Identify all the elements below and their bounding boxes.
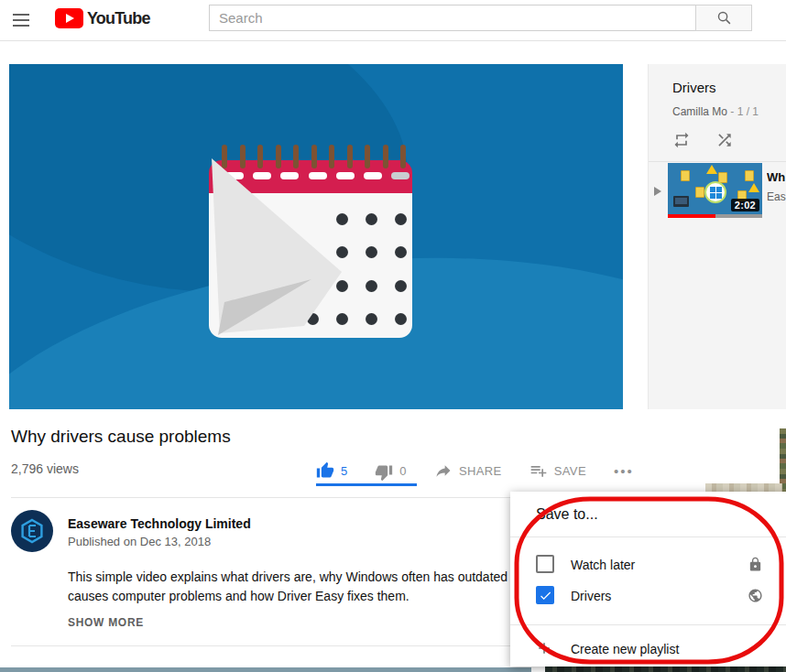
- playlist-item-channel: Eas: [767, 190, 786, 203]
- like-button[interactable]: 5: [316, 461, 347, 480]
- watch-later-label: Watch later: [571, 558, 635, 572]
- shuffle-playlist-icon[interactable]: [715, 131, 734, 149]
- create-new-playlist-label: Create new playlist: [571, 642, 679, 656]
- playlist-item-thumbnail[interactable]: 2:02: [668, 163, 762, 218]
- related-thumbnail-sliver: [705, 483, 782, 492]
- thumb-down-icon: [375, 463, 393, 482]
- plus-icon: [535, 639, 553, 657]
- youtube-play-icon: [55, 8, 83, 28]
- youtube-logo[interactable]: YouTube: [55, 8, 150, 28]
- lock-icon: [748, 557, 763, 572]
- save-button[interactable]: SAVE: [529, 461, 586, 480]
- save-label: SAVE: [554, 464, 586, 478]
- search-input[interactable]: [209, 5, 695, 31]
- playlist-item[interactable]: 2:02 Wh Eas: [649, 163, 786, 233]
- save-to-dialog-title: Save to...: [536, 506, 598, 523]
- watch-later-option[interactable]: Watch later: [510, 554, 786, 576]
- dislike-button[interactable]: 0: [375, 461, 407, 480]
- playlist-byline: Camilla Mo - 1 / 1: [672, 105, 759, 118]
- playlist-author[interactable]: Camilla Mo: [672, 105, 727, 118]
- more-actions-button[interactable]: •••: [614, 463, 634, 479]
- menu-icon[interactable]: [11, 12, 31, 28]
- check-icon: [539, 589, 552, 602]
- description-line: causes computer problems and how Driver …: [68, 587, 526, 606]
- watch-later-checkbox[interactable]: [536, 555, 554, 573]
- channel-name[interactable]: Easeware Technology Limited: [68, 516, 251, 531]
- video-title: Why drivers cause problems: [11, 427, 231, 447]
- search-button[interactable]: [695, 5, 752, 31]
- dislike-count: 0: [399, 464, 407, 478]
- watch-progress-bar: [668, 214, 762, 218]
- drivers-label: Drivers: [571, 589, 611, 603]
- globe-icon: [748, 588, 763, 603]
- next-section-edge: [0, 667, 531, 672]
- drivers-playlist-option[interactable]: Drivers: [510, 585, 786, 607]
- monitor-icon: [673, 196, 689, 207]
- playlist-add-icon: [529, 461, 548, 480]
- publish-date: Published on Dec 13, 2018: [68, 535, 211, 548]
- youtube-watch-page: YouTube Drivers Camilla Mo - 1 / 1: [0, 0, 786, 672]
- youtube-logo-text: YouTube: [87, 9, 150, 28]
- show-more-button[interactable]: SHOW MORE: [68, 616, 144, 629]
- create-new-playlist-button[interactable]: Create new playlist: [510, 636, 786, 662]
- thumb-up-icon: [316, 461, 334, 480]
- video-description: This simple video explains what drivers …: [68, 568, 526, 606]
- description-line: This simple video explains what drivers …: [68, 568, 526, 587]
- related-thumbnail-sliver: [545, 667, 786, 672]
- action-bar: 5 0 SHARE SAVE •••: [316, 458, 634, 483]
- playlist-title[interactable]: Drivers: [672, 80, 716, 95]
- loop-playlist-icon[interactable]: [672, 131, 691, 149]
- playlist-position: - 1 / 1: [730, 105, 759, 118]
- duration-badge: 2:02: [731, 199, 759, 211]
- like-count: 5: [341, 464, 347, 478]
- save-to-dialog: Save to... Watch later Drivers: [510, 492, 786, 667]
- rating-bar: [316, 483, 417, 486]
- search-icon: [716, 10, 732, 26]
- windows-logo-icon: [704, 181, 726, 203]
- driver-easy-logo-icon: [18, 517, 46, 545]
- divider: [510, 537, 786, 537]
- divider: [649, 161, 786, 162]
- share-button[interactable]: SHARE: [434, 461, 502, 480]
- video-player[interactable]: [9, 64, 623, 409]
- channel-avatar[interactable]: [11, 510, 53, 552]
- view-count: 2,796 views: [11, 461, 79, 476]
- playlist-item-title[interactable]: Wh: [767, 170, 786, 184]
- playlist-panel: Drivers Camilla Mo - 1 / 1: [648, 64, 786, 409]
- share-label: SHARE: [459, 464, 502, 478]
- drivers-checkbox[interactable]: [536, 586, 554, 604]
- divider: [510, 624, 786, 625]
- share-icon: [434, 461, 453, 480]
- top-bar: YouTube: [0, 0, 786, 41]
- now-playing-icon: [654, 187, 661, 196]
- calendar-illustration: [209, 145, 412, 338]
